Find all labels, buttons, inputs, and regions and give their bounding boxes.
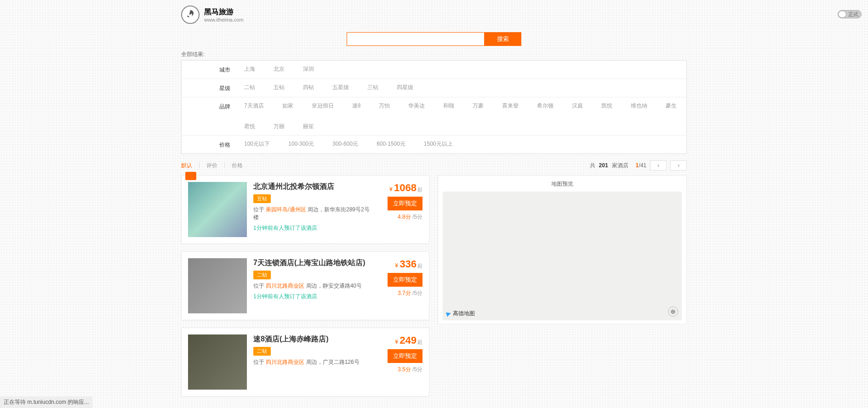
search-button[interactable]: 搜索 — [485, 32, 521, 46]
filter-option[interactable]: 100-300元 — [288, 140, 314, 148]
filter-option[interactable]: 1500元以上 — [424, 140, 453, 148]
hotel-score: 4.8分 /5分 — [398, 213, 423, 221]
hotel-card: 北京通州北投希尔顿酒店 五钻 位于 果园环岛/通州区 周边，新华东街289号2号… — [181, 175, 429, 244]
filter-option[interactable]: 和颐 — [443, 102, 454, 110]
map-title: 地图预览 — [443, 180, 682, 188]
filter-option[interactable]: 北京 — [274, 65, 285, 73]
hotel-price: ¥ 1068起 — [389, 182, 423, 194]
crosshair-icon: ⊕ — [670, 308, 676, 315]
site-title: 黑马旅游 — [204, 7, 244, 17]
filter-option[interactable]: 如家 — [282, 102, 293, 110]
filter-option[interactable]: 300-600元 — [332, 140, 358, 148]
search-input[interactable] — [347, 32, 485, 46]
total-suffix: 家酒店 — [612, 162, 628, 170]
sort-tab[interactable]: 价格 — [232, 162, 243, 170]
filter-option[interactable]: 凯悦 — [601, 102, 612, 110]
filter-option[interactable]: 二钻 — [244, 84, 255, 91]
filter-option[interactable]: 丽笙 — [303, 123, 314, 130]
logo-icon — [181, 6, 200, 24]
map-panel: 地图预览 高德地图 ⊕ — [438, 175, 687, 324]
page-total: 41 — [640, 162, 646, 169]
filter-option[interactable]: 速8 — [352, 102, 361, 110]
filter-label-city: 城市 — [189, 65, 244, 74]
map-canvas[interactable]: 高德地图 ⊕ — [443, 192, 682, 320]
map-logo-icon — [446, 311, 452, 317]
results-label: 全部结果: — [181, 51, 687, 58]
recent-booking: 1分钟前有人预订了该酒店 — [253, 293, 374, 300]
filter-option[interactable]: 100元以下 — [244, 140, 270, 148]
filter-option[interactable]: 豪生 — [666, 102, 677, 110]
filter-option[interactable]: 四钻 — [303, 84, 314, 91]
book-button[interactable]: 立即预定 — [388, 273, 423, 287]
site-header: 黑马旅游 www.itheima.com — [181, 0, 687, 29]
toggle-label: 正式 — [848, 11, 858, 18]
filter-option[interactable]: 皇冠假日 — [312, 102, 334, 110]
filter-option[interactable]: 7天酒店 — [244, 102, 264, 110]
filter-option[interactable]: 四星级 — [397, 84, 413, 91]
hotel-location: 位于 四川北路商业区 周边，静安交通路40号 — [253, 282, 374, 290]
filter-option[interactable]: 三钻 — [367, 84, 378, 91]
hotel-card: 7天连锁酒店(上海宝山路地铁站店) 二钻 位于 四川北路商业区 周边，静安交通路… — [181, 251, 429, 320]
hotel-card: 速8酒店(上海赤峰路店) 二钻 位于 四川北路商业区 周边，广灵二路126号 ¥… — [181, 328, 429, 397]
filter-panel: 城市 上海北京深圳 星级 二钻五钻四钻五星级三钻四星级 品牌 7天酒店如家皇冠假… — [181, 60, 687, 154]
pager-prev[interactable]: ‹ — [650, 160, 667, 170]
star-badge: 二钻 — [253, 271, 271, 279]
hotel-price: ¥ 249起 — [395, 334, 423, 346]
hotel-score: 3.7分 /5分 — [398, 289, 423, 297]
chevron-left-icon: ‹ — [657, 162, 659, 169]
toggle-knob — [838, 11, 846, 18]
locate-button[interactable]: ⊕ — [668, 306, 678, 317]
recent-booking: 1分钟前有人预订了该酒店 — [253, 224, 374, 232]
hotel-thumb — [188, 334, 247, 390]
filter-option[interactable]: 深圳 — [303, 65, 314, 73]
filter-option[interactable]: 万丽 — [274, 123, 285, 130]
sort-tab[interactable]: 默认 — [181, 162, 192, 170]
filter-option[interactable]: 华美达 — [408, 102, 425, 110]
filter-option[interactable]: 五钻 — [274, 84, 285, 91]
filter-option[interactable]: 万豪 — [473, 102, 484, 110]
sort-tab[interactable]: 评价 — [206, 162, 217, 170]
sort-bar: 默认|评价|价格 共 201 家酒店 1/41 ‹ › — [181, 160, 687, 170]
hotel-thumb — [188, 258, 247, 313]
star-badge: 二钻 — [253, 347, 271, 356]
total-count: 201 — [599, 162, 608, 169]
hotel-score: 3.5分 /5分 — [398, 366, 423, 374]
map-provider: 高德地图 — [446, 310, 475, 317]
filter-label-star: 星级 — [189, 84, 244, 92]
site-subtitle: www.itheima.com — [204, 17, 244, 23]
hotel-name[interactable]: 北京通州北投希尔顿酒店 — [253, 182, 374, 192]
hotel-thumb — [188, 182, 247, 237]
filter-option[interactable]: 600-1500元 — [377, 140, 405, 148]
filter-label-brand: 品牌 — [189, 102, 244, 111]
mode-toggle[interactable]: 正式 — [838, 10, 862, 18]
hotel-location: 位于 四川北路商业区 周边，广灵二路126号 — [253, 358, 374, 366]
filter-label-price: 价格 — [189, 140, 244, 149]
filter-option[interactable]: 希尔顿 — [537, 102, 554, 110]
filter-option[interactable]: 上海 — [244, 65, 255, 73]
star-badge: 五钻 — [253, 194, 271, 203]
chevron-right-icon: › — [678, 162, 680, 169]
filter-option[interactable]: 万怡 — [379, 102, 390, 110]
map-logo-text: 高德地图 — [453, 310, 475, 317]
book-button[interactable]: 立即预定 — [388, 349, 423, 363]
total-prefix: 共 — [590, 162, 595, 170]
hotel-name[interactable]: 7天连锁酒店(上海宝山路地铁站店) — [253, 258, 374, 268]
filter-option[interactable]: 君悦 — [244, 123, 255, 130]
filter-option[interactable]: 喜来登 — [502, 102, 519, 110]
pager-next[interactable]: › — [670, 160, 687, 170]
browser-status: 正在等待 m.tuniucdn.com 的响应... — [0, 397, 92, 404]
filter-option[interactable]: 维也纳 — [631, 102, 647, 110]
filter-option[interactable]: 五星级 — [332, 84, 349, 91]
hotel-price: ¥ 336起 — [395, 258, 423, 270]
hotel-location: 位于 果园环岛/通州区 周边，新华东街289号2号楼 — [253, 206, 374, 221]
filter-option[interactable]: 汉庭 — [572, 102, 583, 110]
search-box: 搜索 — [347, 32, 521, 46]
book-button[interactable]: 立即预定 — [388, 197, 423, 210]
hotel-name[interactable]: 速8酒店(上海赤峰路店) — [253, 334, 374, 344]
